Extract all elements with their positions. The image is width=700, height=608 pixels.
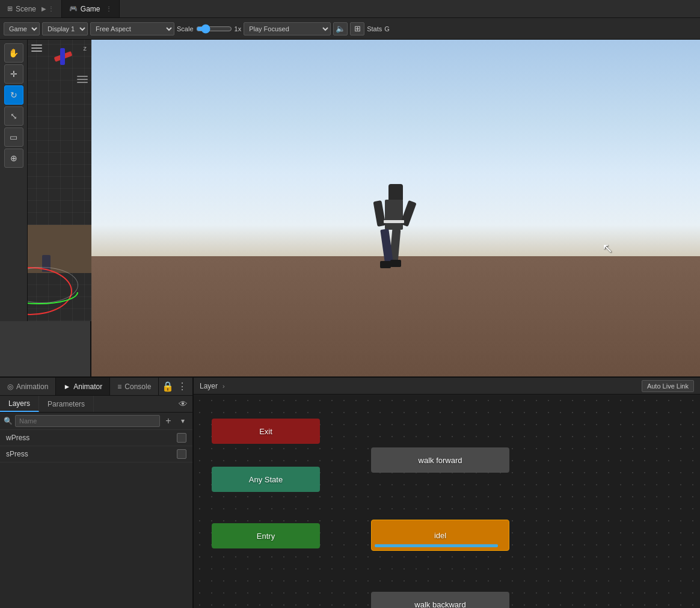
walk-backward-label: walk backward	[414, 600, 465, 609]
move-tool-btn[interactable]: ✛	[4, 64, 23, 84]
game-tab-label: Game	[81, 5, 100, 13]
layer-options-btn[interactable]: ▾	[177, 415, 189, 427]
scale-label: Scale	[177, 25, 194, 32]
graph-layer-label: Layer	[200, 382, 218, 390]
graph-toolbar: Layer › Auto Live Link	[194, 378, 700, 395]
name-search-input[interactable]	[15, 415, 160, 427]
rotate-tool-btn[interactable]: ↻	[4, 85, 23, 105]
scene-options[interactable]	[77, 76, 88, 83]
any-state-label: Any State	[249, 475, 283, 484]
scene-panel: z ✋ ✛ ↻ ⤡ ▭ ⊕	[0, 40, 91, 376]
game-view[interactable]: ↖	[91, 40, 700, 376]
hand-tool-btn[interactable]: ✋	[4, 43, 23, 63]
name-row: 🔍 + ▾	[0, 413, 192, 430]
layers-label: Layers	[8, 399, 30, 408]
scene-tab-menu[interactable]: ▶ ⋮	[41, 5, 54, 12]
top-tab-bar: ⊞ Scene ▶ ⋮ 🎮 Game ⋮	[0, 0, 700, 18]
state-node-exit[interactable]: Exit	[212, 419, 320, 444]
game-tab-icon: 🎮	[69, 5, 78, 13]
game-tab-menu[interactable]: ⋮	[106, 5, 112, 12]
graph-canvas[interactable]: Exit Any State Entry walk forward idel w…	[194, 395, 700, 608]
layer-checkbox-wpress[interactable]	[177, 433, 186, 443]
animation-tab-label: Animation	[16, 382, 48, 391]
state-node-walk-backward[interactable]: walk backward	[371, 592, 509, 608]
parameters-label: Parameters	[48, 400, 85, 408]
scene-toolbar: ✋ ✛ ↻ ⤡ ▭ ⊕	[0, 40, 28, 321]
bottom-panel: ◎ Animation ► Animator ≡ Console 🔒 ⋮ Lay…	[0, 376, 700, 608]
play-focused-select[interactable]: Play Focused	[244, 22, 331, 35]
hamburger-menu[interactable]	[31, 45, 42, 52]
list-item: wPress	[0, 430, 192, 446]
sub-tab-right: 👁	[174, 399, 192, 409]
game-select[interactable]: Game	[4, 22, 40, 35]
graph-breadcrumb: ›	[223, 382, 225, 390]
animator-graph-panel: Layer › Auto Live Link	[194, 378, 700, 608]
auto-live-link-btn[interactable]: Auto Live Link	[642, 380, 694, 392]
scale-value: 1x	[235, 25, 242, 32]
idel-progress-bar	[375, 544, 498, 547]
mouse-cursor: ↖	[602, 241, 613, 256]
display-select[interactable]: Display 1	[42, 22, 88, 35]
scene-tab-icon: ⊞	[7, 5, 13, 13]
aspect-select[interactable]: Free Aspect	[90, 22, 174, 35]
tab-scene[interactable]: ⊞ Scene ▶ ⋮	[0, 0, 62, 17]
gizmo-label[interactable]: G	[384, 25, 390, 32]
char-belt	[384, 220, 404, 223]
game-toolbar: Game Display 1 Free Aspect Scale 1x Play…	[0, 18, 700, 40]
entry-label: Entry	[257, 532, 275, 541]
bottom-tabs: ◎ Animation ► Animator ≡ Console 🔒 ⋮	[0, 378, 192, 396]
sub-tab-layers[interactable]: Layers	[0, 396, 39, 412]
exit-label: Exit	[259, 427, 272, 436]
list-item: sPress	[0, 446, 192, 462]
search-icon: 🔍	[4, 417, 13, 425]
state-node-entry[interactable]: Entry	[212, 523, 320, 548]
char-head	[388, 184, 403, 201]
tab-animator[interactable]: ► Animator	[56, 378, 110, 395]
tab-actions: 🔒 ⋮	[161, 380, 192, 393]
char-torso	[385, 200, 403, 230]
scale-tool-btn[interactable]: ⤡	[4, 106, 23, 126]
lock-btn[interactable]: 🔒	[161, 380, 174, 393]
scene-tab-label: Scene	[16, 5, 36, 13]
console-tab-icon: ≡	[117, 382, 121, 391]
stats-label[interactable]: Stats	[367, 25, 382, 32]
layer-checkbox-spress[interactable]	[177, 449, 186, 459]
walk-forward-label: walk forward	[419, 456, 462, 465]
tab-console[interactable]: ≡ Console	[110, 378, 159, 395]
orient-gizmo-blue	[60, 48, 65, 65]
animator-tab-icon: ►	[63, 382, 70, 391]
grid-btn[interactable]: ⊞	[350, 22, 364, 35]
layer-name-wpress: wPress	[6, 434, 172, 442]
audio-btn[interactable]: 🔈	[333, 22, 348, 35]
sub-tabs: Layers Parameters 👁	[0, 396, 192, 413]
orient-gizmo	[49, 43, 79, 73]
scene-z-label: z	[84, 45, 87, 52]
animator-tab-label: Animator	[73, 382, 102, 391]
scene-viewport[interactable]: z ✋ ✛ ↻ ⤡ ▭ ⊕	[0, 40, 91, 321]
add-layer-btn[interactable]: +	[162, 415, 174, 427]
idel-label: idel	[434, 531, 446, 540]
visibility-btn[interactable]: 👁	[179, 399, 188, 409]
sub-tab-parameters[interactable]: Parameters	[39, 396, 94, 412]
game-character	[378, 184, 414, 280]
tab-game[interactable]: 🎮 Game ⋮	[62, 0, 120, 17]
char-boot-right	[380, 261, 391, 268]
tab-animation[interactable]: ◎ Animation	[0, 378, 56, 395]
more-btn[interactable]: ⋮	[176, 380, 189, 393]
main-area: z ✋ ✛ ↻ ⤡ ▭ ⊕	[0, 40, 700, 376]
console-tab-label: Console	[124, 382, 151, 391]
combo-tool-btn[interactable]: ⊕	[4, 149, 23, 168]
state-node-walk-forward[interactable]: walk forward	[371, 447, 509, 473]
char-boot-left	[390, 260, 401, 267]
scale-control: Scale 1x	[177, 24, 241, 34]
state-node-any-state[interactable]: Any State	[212, 467, 320, 492]
animation-tab-icon: ◎	[7, 382, 13, 391]
layer-name-spress: sPress	[6, 450, 172, 458]
rect-tool-btn[interactable]: ▭	[4, 127, 23, 147]
bottom-left-panel: ◎ Animation ► Animator ≡ Console 🔒 ⋮ Lay…	[0, 378, 194, 608]
layer-list: wPress sPress	[0, 430, 192, 608]
char-body	[378, 184, 414, 280]
scale-slider[interactable]	[196, 24, 232, 34]
state-node-idel[interactable]: idel	[371, 520, 509, 551]
